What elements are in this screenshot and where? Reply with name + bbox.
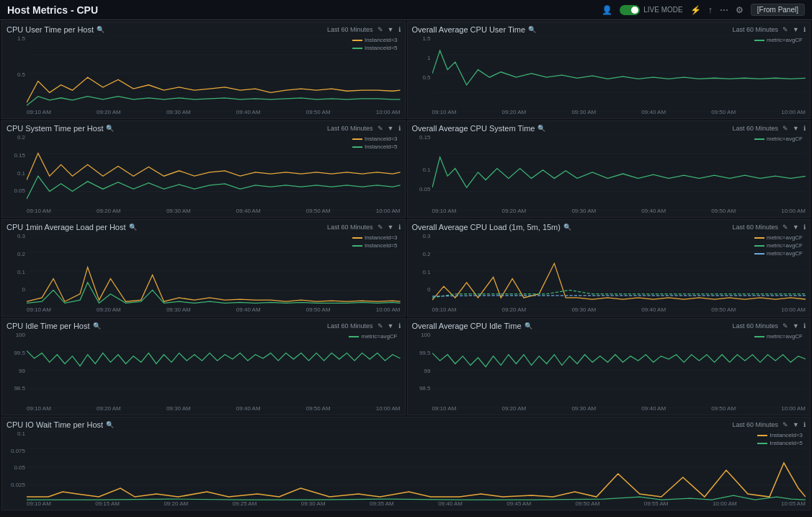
panel-info-icon[interactable]: ℹ	[803, 26, 806, 33]
legend-item: metric=avgCF	[754, 136, 803, 142]
info-icon[interactable]: 🔍	[97, 26, 104, 33]
panel-filter-icon[interactable]: ▼	[388, 224, 394, 231]
panel-filter-icon[interactable]: ▼	[793, 125, 799, 132]
live-mode-toggle[interactable]: LIVE MODE	[620, 5, 682, 15]
panel-filter-icon[interactable]: ▼	[388, 26, 394, 33]
panel-info-icon[interactable]: ℹ	[803, 421, 806, 428]
panel-info-icon[interactable]: ℹ	[398, 26, 401, 33]
legend-item: metric=avgCF	[754, 234, 803, 241]
chart-area: metric=avgCF 1.5 1 0.5 09:10 AM 09:20	[412, 35, 806, 117]
chart-area: Instanceld=3 Instanceld=5 1.5 0.5	[6, 35, 401, 117]
chart-svg	[27, 233, 401, 309]
panel-cpu-1min-load-per-host: CPU 1min Average Load per Host 🔍 Last 60…	[1, 219, 406, 317]
panel-filter-icon[interactable]: ▼	[793, 421, 799, 428]
time-label: Last 60 Minutes	[733, 125, 779, 132]
panel-edit-icon[interactable]: ✎	[378, 26, 383, 33]
top-bar: Host Metrics - CPU 👤 LIVE MODE ⚡ ↑ ⋯ ⚙ […	[0, 0, 812, 20]
panel-overall-avg-cpu-load: Overall Average CPU Load (1m, 5m, 15m) 🔍…	[407, 219, 811, 317]
time-label: Last 60 Minutes	[327, 26, 373, 33]
panel-title-row: CPU System Time per Host 🔍	[6, 124, 114, 133]
chart-area: Instanceld=3 Instanceld=5 0.1 0.075 0.05…	[6, 430, 806, 508]
panel-cpu-idle-per-host: CPU Idle Time per Host 🔍 Last 60 Minutes…	[1, 318, 406, 415]
panel-info-icon[interactable]: ℹ	[398, 224, 401, 231]
x-axis: 09:10 AM 09:20 AM 09:30 AM 09:40 AM 09:5…	[27, 107, 401, 117]
panel-edit-icon[interactable]: ✎	[782, 224, 788, 231]
legend-item: Instanceld=5	[757, 440, 803, 446]
share-icon[interactable]: ↑	[708, 5, 713, 15]
legend-item: Instanceld=5	[352, 242, 398, 249]
from-panel-button[interactable]: [From Panel]	[751, 4, 805, 16]
y-axis: 0.3 0.2 0.1 0	[412, 233, 432, 304]
panel-title-row: Overall Average CPU Load (1m, 5m, 15m) 🔍	[412, 223, 571, 231]
info-icon[interactable]: 🔍	[563, 224, 571, 231]
panel-filter-icon[interactable]: ▼	[793, 322, 799, 330]
panel-controls: Last 60 Minutes ✎ ▼ ℹ	[327, 322, 400, 330]
chart-svg	[432, 35, 806, 112]
chart-area: metric=avgCF 0.15 0.1 0.05 09:10 AM 0	[412, 134, 806, 216]
legend-item: metric=avgCF	[754, 242, 803, 249]
legend-item: Instanceld=5	[352, 143, 398, 150]
panel-title: Overall Average CPU Load (1m, 5m, 15m)	[412, 223, 561, 231]
panel-info-icon[interactable]: ℹ	[803, 125, 806, 132]
panel-cpu-user-per-host: CPU User Time per Host 🔍 Last 60 Minutes…	[1, 22, 406, 119]
info-icon[interactable]: 🔍	[528, 26, 536, 33]
panel-title: CPU IO Wait Time per Host	[6, 420, 103, 429]
chart-area: metric=avgCF metric=avgCF metric=avgCF 0…	[412, 233, 806, 314]
info-icon[interactable]: 🔍	[106, 421, 114, 428]
chart-svg	[27, 332, 401, 408]
y-axis: 100 99.5 99 98.5	[412, 332, 432, 403]
y-axis: 1.5 1 0.5	[412, 35, 432, 107]
panel-filter-icon[interactable]: ▼	[793, 26, 799, 33]
time-label: Last 60 Minutes	[733, 26, 779, 33]
live-mode-label: LIVE MODE	[643, 6, 682, 14]
info-icon[interactable]: 🔍	[93, 322, 101, 330]
legend-item: metric=avgCF	[349, 333, 397, 340]
x-axis: 09:10 AM 09:20 AM 09:30 AM 09:40 AM 09:5…	[432, 107, 806, 117]
panel-info-icon[interactable]: ℹ	[803, 322, 806, 330]
legend-label: metric=avgCF	[767, 250, 803, 257]
panel-edit-icon[interactable]: ✎	[378, 322, 383, 330]
panel-edit-icon[interactable]: ✎	[782, 26, 788, 33]
panel-filter-icon[interactable]: ▼	[793, 224, 799, 231]
top-bar-controls: 👤 LIVE MODE ⚡ ↑ ⋯ ⚙ [From Panel]	[602, 4, 805, 16]
info-icon[interactable]: 🔍	[537, 125, 545, 132]
panel-info-icon[interactable]: ℹ	[398, 322, 401, 330]
panel-title: CPU 1min Average Load per Host	[6, 223, 126, 231]
panel-edit-icon[interactable]: ✎	[378, 125, 383, 132]
panel-header: Overall Average CPU System Time 🔍 Last 6…	[412, 124, 806, 133]
panel-edit-icon[interactable]: ✎	[782, 322, 788, 330]
toggle-switch[interactable]	[620, 5, 640, 15]
panel-title-row: Overall Average CPU User Time 🔍	[412, 25, 537, 34]
panel-header: CPU System Time per Host 🔍 Last 60 Minut…	[6, 124, 401, 133]
info-icon[interactable]: 🔍	[106, 125, 114, 132]
filter-icon[interactable]: ⚡	[690, 5, 701, 15]
dashboard-grid: CPU User Time per Host 🔍 Last 60 Minutes…	[0, 20, 812, 517]
legend-label: metric=avgCF	[767, 234, 803, 241]
settings-icon[interactable]: ⚙	[736, 5, 744, 15]
legend-label: Instanceld=5	[365, 45, 398, 51]
panel-info-icon[interactable]: ℹ	[398, 125, 401, 132]
legend-item: metric=avgCF	[754, 37, 803, 43]
y-axis: 0.3 0.2 0.1 0	[6, 233, 27, 304]
panel-cpu-io-wait-per-host: CPU IO Wait Time per Host 🔍 Last 60 Minu…	[1, 417, 811, 511]
panel-edit-icon[interactable]: ✎	[782, 421, 788, 428]
legend-label: metric=avgCF	[767, 333, 803, 340]
panel-controls: Last 60 Minutes ✎ ▼ ℹ	[327, 26, 400, 33]
x-axis: 09:10 AM 09:15 AM 09:20 AM 09:25 AM 09:3…	[27, 498, 806, 508]
info-icon[interactable]: 🔍	[525, 322, 532, 330]
page-title: Host Metrics - CPU	[7, 4, 98, 16]
panel-edit-icon[interactable]: ✎	[378, 224, 383, 231]
panel-edit-icon[interactable]: ✎	[782, 125, 788, 132]
legend-item: Instanceld=3	[352, 136, 398, 142]
panel-title-row: CPU IO Wait Time per Host 🔍	[6, 420, 114, 429]
more-icon[interactable]: ⋯	[720, 5, 728, 15]
legend-label: Instanceld=3	[365, 136, 398, 142]
info-icon[interactable]: 🔍	[129, 224, 137, 231]
panel-title-row: CPU Idle Time per Host 🔍	[6, 322, 101, 330]
panel-title-row: Overall Average CPU Idle Time 🔍	[412, 322, 532, 330]
panel-filter-icon[interactable]: ▼	[388, 322, 394, 330]
panel-title: Overall Average CPU User Time	[412, 25, 526, 34]
y-axis: 0.1 0.075 0.05 0.025	[6, 430, 27, 498]
panel-info-icon[interactable]: ℹ	[803, 224, 806, 231]
panel-filter-icon[interactable]: ▼	[388, 125, 394, 132]
